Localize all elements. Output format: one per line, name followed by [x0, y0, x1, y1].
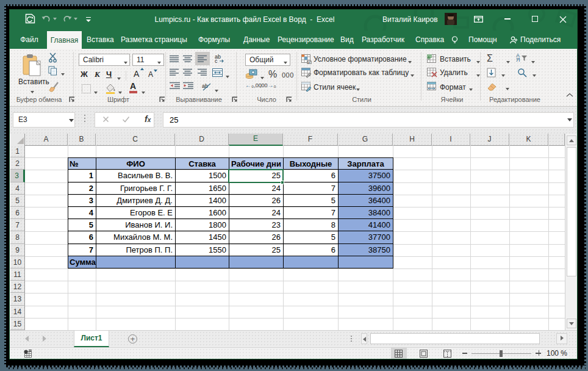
- svg-text:c: c: [215, 58, 218, 63]
